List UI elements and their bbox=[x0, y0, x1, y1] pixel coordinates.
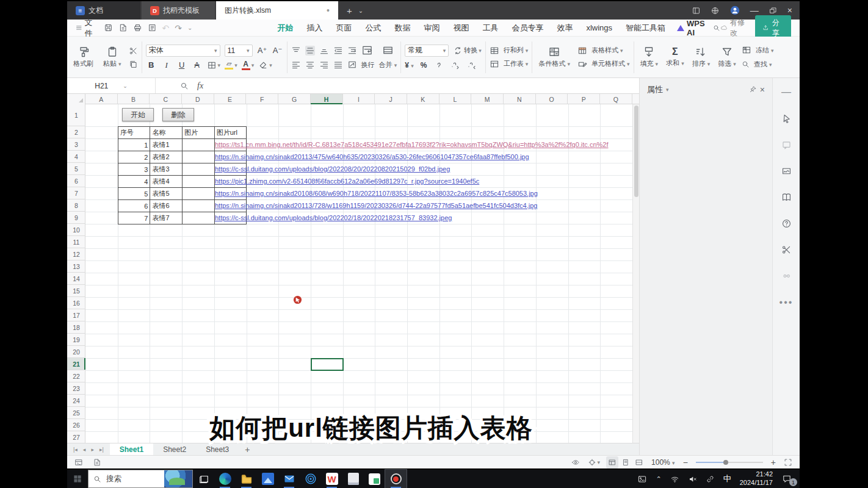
link-icon[interactable] bbox=[706, 475, 715, 484]
preview-icon[interactable] bbox=[148, 23, 157, 32]
redo-icon[interactable]: ↷ bbox=[175, 23, 182, 33]
row-header[interactable]: 10 bbox=[67, 224, 85, 236]
align-middle-icon[interactable] bbox=[305, 46, 315, 56]
table-cell[interactable] bbox=[183, 200, 215, 212]
row-header[interactable]: 7 bbox=[67, 187, 85, 199]
row-header[interactable]: 1 bbox=[67, 104, 85, 126]
restore-button[interactable] bbox=[769, 6, 778, 15]
zoom-in-button[interactable]: + bbox=[771, 458, 776, 467]
comment-icon[interactable] bbox=[781, 140, 792, 150]
column-header[interactable]: N bbox=[504, 94, 536, 104]
table-cell[interactable] bbox=[183, 139, 215, 151]
mute-icon[interactable] bbox=[688, 475, 697, 484]
underline-button[interactable]: U bbox=[176, 60, 187, 70]
panel-caret[interactable]: ▾ bbox=[666, 87, 669, 93]
image-url-link[interactable]: https://ts1.cn.mm.bing.net/th/id/R-C.681… bbox=[215, 138, 630, 151]
rows-cols-button[interactable]: 行和列 ▾ bbox=[490, 46, 529, 56]
text-orientation-icon[interactable] bbox=[347, 60, 357, 70]
column-header[interactable]: E bbox=[214, 94, 247, 104]
column-header[interactable]: L bbox=[439, 94, 472, 104]
column-header[interactable]: M bbox=[471, 94, 504, 104]
prev-sheet-icon[interactable]: ◂ bbox=[83, 447, 86, 453]
help-icon[interactable] bbox=[781, 218, 792, 229]
row-header[interactable]: 24 bbox=[67, 395, 85, 407]
italic-button[interactable]: I bbox=[161, 60, 172, 70]
avatar[interactable] bbox=[729, 5, 740, 16]
row-header[interactable]: 27 bbox=[67, 431, 85, 443]
strikethrough-button[interactable]: A bbox=[192, 60, 203, 70]
table-header-cell[interactable]: 名称 bbox=[150, 127, 183, 139]
cut-button[interactable] bbox=[129, 46, 138, 56]
next-sheet-icon[interactable]: ▸ bbox=[91, 447, 94, 453]
undo-icon[interactable]: ↶ bbox=[162, 23, 170, 33]
table-cell[interactable]: 表情7 bbox=[150, 212, 183, 224]
table-cell[interactable]: 5 bbox=[118, 188, 151, 200]
table-cell[interactable]: 7 bbox=[118, 212, 151, 224]
merge-button[interactable]: 合并 ▾ bbox=[379, 60, 397, 70]
last-sheet-icon[interactable]: ▸| bbox=[99, 447, 104, 453]
table-cell[interactable] bbox=[183, 176, 215, 188]
taskbar-app-clip[interactable] bbox=[364, 470, 385, 488]
table-cell[interactable]: 3 bbox=[118, 163, 151, 176]
image-url-link[interactable]: https://pic1.zhimg.com/v2-651408f66faccb… bbox=[215, 175, 630, 187]
taskbar-app-edge[interactable] bbox=[214, 470, 236, 488]
increase-indent-icon[interactable] bbox=[347, 46, 357, 56]
file-menu[interactable]: 文件 bbox=[67, 17, 104, 39]
image-url-link[interactable]: https://c-ssl.duitang.com/uploads/blog/2… bbox=[215, 163, 630, 175]
ribbon-tab[interactable]: 视图 bbox=[446, 20, 476, 36]
ime-indicator[interactable]: 中 bbox=[723, 473, 731, 484]
taskbar-app-hotspot[interactable] bbox=[300, 470, 321, 488]
pointer-icon[interactable] bbox=[781, 113, 792, 124]
row-header[interactable]: 21 bbox=[67, 358, 85, 370]
copy-button[interactable] bbox=[129, 60, 138, 69]
quickbar-caret[interactable]: ⌄ bbox=[187, 24, 192, 31]
selection-mode-button[interactable]: ▾ bbox=[588, 458, 601, 467]
column-header[interactable]: C bbox=[150, 94, 182, 104]
more-icon[interactable]: ••• bbox=[779, 297, 794, 308]
ribbon-tab[interactable]: 公式 bbox=[358, 20, 388, 36]
ribbon-tab[interactable]: 页面 bbox=[329, 20, 358, 36]
table-cell[interactable]: 表情4 bbox=[150, 176, 183, 188]
widgets-icon[interactable] bbox=[637, 475, 648, 484]
wps-ai-button[interactable]: WPS AI bbox=[672, 19, 713, 37]
wrap-text-icon[interactable] bbox=[361, 45, 373, 56]
row-header[interactable]: 2 bbox=[67, 126, 85, 138]
taskbar-app-wps[interactable]: W bbox=[321, 470, 342, 488]
table-header-cell[interactable]: 图片url bbox=[215, 127, 247, 139]
column-header[interactable]: H bbox=[311, 94, 343, 104]
image-url-link[interactable]: https://c-ssl.duitang.com/uploads/blog/2… bbox=[215, 212, 630, 224]
fx-label[interactable]: fx bbox=[197, 81, 203, 91]
taskbar-app-photos[interactable] bbox=[257, 470, 278, 488]
table-header-cell[interactable]: 序号 bbox=[118, 127, 151, 139]
selected-cell[interactable] bbox=[311, 358, 344, 371]
borders-button[interactable]: ▾ bbox=[207, 60, 221, 70]
row-header[interactable]: 19 bbox=[67, 334, 85, 346]
table-cell[interactable]: 1 bbox=[118, 139, 151, 151]
image-url-link[interactable]: https://n.sinaimg.cn/sinakd20113/475/w64… bbox=[215, 151, 630, 163]
decrease-indent-icon[interactable] bbox=[333, 46, 343, 56]
macro-record-icon[interactable] bbox=[74, 458, 83, 467]
cell-canvas[interactable]: 开始 删除 序号名称图片图片url1表情12表情23表情34表情45表情56表情… bbox=[85, 104, 632, 443]
doc-tab[interactable]: 找稻壳模板 bbox=[142, 1, 215, 20]
merge-cells-icon[interactable] bbox=[382, 45, 394, 56]
search-icon[interactable] bbox=[713, 24, 720, 32]
row-header[interactable]: 12 bbox=[67, 248, 85, 260]
column-header[interactable]: K bbox=[407, 94, 439, 104]
comma-style-icon[interactable] bbox=[433, 60, 443, 70]
wrap-button[interactable]: 换行 bbox=[361, 60, 375, 70]
doc-tab[interactable]: 图片转换.xlsm• bbox=[216, 1, 338, 20]
table-cell[interactable] bbox=[183, 151, 215, 163]
zoom-out-button[interactable]: − bbox=[683, 458, 688, 467]
freeze-button[interactable]: 冻结 ▾ bbox=[742, 45, 774, 55]
number-format-select[interactable]: 常规▾ bbox=[405, 45, 449, 57]
ribbon-tab[interactable]: xlwings bbox=[579, 21, 619, 35]
paste-button[interactable]: 粘贴 ▾ bbox=[101, 45, 124, 70]
row-header[interactable]: 6 bbox=[67, 175, 85, 187]
font-family-select[interactable]: 宋体▾ bbox=[146, 45, 220, 57]
backstage-icon[interactable] bbox=[93, 458, 101, 467]
highlight-color-button[interactable]: ▱▾ bbox=[225, 60, 237, 70]
column-header[interactable]: F bbox=[246, 94, 278, 104]
tools-icon[interactable] bbox=[781, 245, 792, 255]
column-header[interactable]: J bbox=[375, 94, 407, 104]
task-view-button[interactable] bbox=[193, 470, 214, 488]
